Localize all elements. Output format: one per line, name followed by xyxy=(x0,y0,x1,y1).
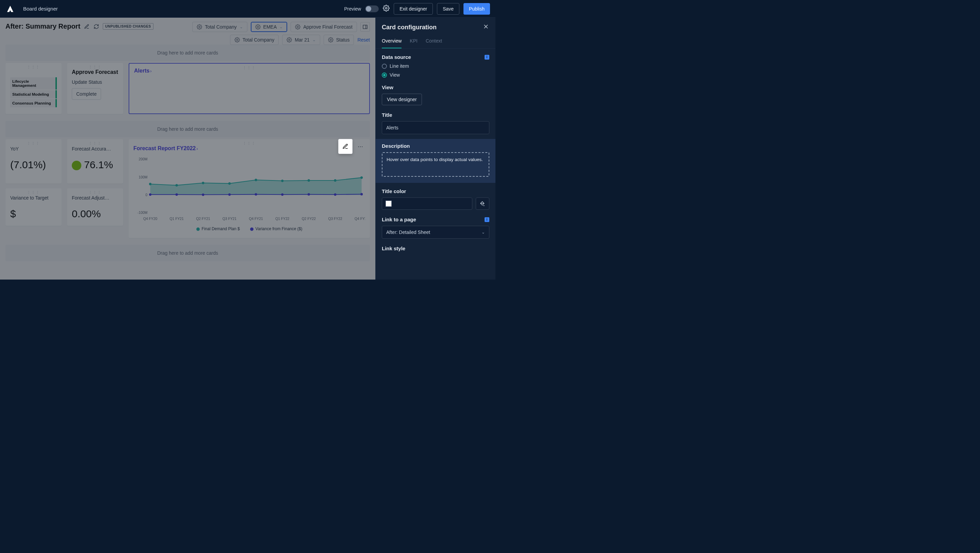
svg-point-34 xyxy=(228,193,231,196)
section-link-style: Link style xyxy=(382,245,489,251)
refresh-icon[interactable] xyxy=(93,24,99,30)
tab-overview[interactable]: Overview xyxy=(382,35,401,48)
forecast-chart: -100M0100M200MQ4 FY20Q1 FY21Q2 FY21Q3 FY… xyxy=(134,154,365,225)
drag-handle-icon[interactable]: ⋮⋮⋮ xyxy=(243,141,256,146)
radio-view[interactable]: View xyxy=(382,72,489,78)
svg-point-26 xyxy=(255,179,257,181)
chevron-down-icon: ⌄ xyxy=(312,37,316,42)
card-config-panel: Card configuration Overview KPI Context … xyxy=(375,18,495,280)
svg-text:Q4 FY21: Q4 FY21 xyxy=(249,217,263,221)
drag-handle-icon[interactable]: ⋮⋮⋮ xyxy=(89,190,102,195)
info-icon[interactable]: i xyxy=(485,217,489,222)
title-input[interactable] xyxy=(382,121,489,134)
svg-text:200M: 200M xyxy=(139,157,148,161)
tab-kpi[interactable]: KPI xyxy=(410,35,417,48)
svg-point-36 xyxy=(281,193,283,196)
svg-point-2 xyxy=(257,26,259,27)
drag-handle-icon[interactable]: ⋮⋮⋮ xyxy=(27,190,40,195)
svg-point-1 xyxy=(199,26,200,27)
steps-card[interactable]: ⋮⋮⋮ Lifecycle ManagementStatistical Mode… xyxy=(5,63,62,114)
filter-chip[interactable]: Total Company⌄ xyxy=(192,22,247,32)
chevron-down-icon: ⌄ xyxy=(279,24,283,29)
legend-item: Final Demand Plan $ xyxy=(196,226,240,231)
kpi-value: 0.00% xyxy=(72,208,118,220)
edit-title-icon[interactable] xyxy=(84,24,90,30)
view-designer-button[interactable]: View designer xyxy=(382,94,422,105)
unpublished-badge: UNPUBLISHED CHANGES xyxy=(103,23,153,30)
config-heading: Card configuration xyxy=(382,24,437,31)
svg-point-39 xyxy=(360,193,363,196)
color-swatch-icon xyxy=(385,201,392,207)
svg-point-3 xyxy=(297,26,298,27)
drop-zone[interactable]: Drag here to add more cards xyxy=(5,245,370,261)
drop-zone[interactable]: Drag here to add more cards xyxy=(5,45,370,61)
page-title: After: Summary Report xyxy=(5,22,80,30)
drag-handle-icon[interactable]: ⋮⋮⋮ xyxy=(89,141,102,146)
svg-text:-100M: -100M xyxy=(137,211,147,215)
settings-icon[interactable] xyxy=(383,5,390,13)
kpi-value: $ xyxy=(10,208,57,220)
kpi-label: YoY xyxy=(10,146,57,151)
complete-button[interactable]: Complete xyxy=(72,88,101,100)
drop-zone[interactable]: Drag here to add more cards xyxy=(5,121,370,137)
svg-point-32 xyxy=(176,193,178,196)
svg-point-28 xyxy=(308,179,310,182)
filter-chip[interactable]: Mar 21⌄ xyxy=(282,35,320,45)
svg-point-23 xyxy=(176,184,178,186)
filter-row-2: Total CompanyMar 21⌄Status Reset xyxy=(230,35,370,45)
svg-text:Q4 FY20: Q4 FY20 xyxy=(143,217,157,221)
step-item[interactable]: Consensus Planning xyxy=(10,99,57,107)
edit-card-button[interactable] xyxy=(339,139,352,154)
description-input[interactable]: Hover over data points to display actual… xyxy=(382,152,489,177)
panel-toggle-icon[interactable] xyxy=(360,22,370,32)
chart-title-link[interactable]: Forecast Report FY2022 xyxy=(134,145,196,151)
alerts-link[interactable]: Alerts xyxy=(134,68,150,73)
drag-handle-icon[interactable]: ⋮⋮⋮ xyxy=(89,65,102,70)
svg-point-38 xyxy=(334,193,336,196)
filter-chip[interactable]: Approve Final Forecast xyxy=(291,22,357,32)
exit-designer-button[interactable]: Exit designer xyxy=(394,3,433,14)
svg-point-6 xyxy=(288,39,290,40)
svg-point-35 xyxy=(255,193,257,196)
drag-handle-icon[interactable]: ⋮⋮⋮ xyxy=(27,65,40,70)
radio-line-item[interactable]: Line item xyxy=(382,63,489,69)
preview-toggle[interactable] xyxy=(365,5,379,12)
kpi-variance-card[interactable]: ⋮⋮⋮ Variance to Target $ xyxy=(5,188,62,226)
filter-chip[interactable]: Total Company xyxy=(230,35,279,45)
drag-handle-icon[interactable]: ⋮⋮⋮ xyxy=(243,66,256,70)
app-logo[interactable] xyxy=(5,4,15,14)
reset-filters-button[interactable]: Reset xyxy=(357,37,370,43)
svg-point-0 xyxy=(385,7,387,9)
svg-text:Q1 FY22: Q1 FY22 xyxy=(275,217,289,221)
save-button[interactable]: Save xyxy=(437,3,460,14)
svg-point-25 xyxy=(228,182,231,185)
svg-point-33 xyxy=(202,193,204,196)
section-description: Description xyxy=(382,143,489,149)
svg-text:100M: 100M xyxy=(139,175,148,179)
kpi-adjust-card[interactable]: ⋮⋮⋮ Forecast Adjust… 0.00% xyxy=(67,188,123,226)
svg-text:Q4 FY22: Q4 FY22 xyxy=(355,217,365,221)
filter-chip[interactable]: Status xyxy=(324,35,354,45)
color-reset-button[interactable] xyxy=(476,198,489,210)
title-color-input[interactable] xyxy=(382,198,472,210)
kpi-label: Forecast Adjust… xyxy=(72,195,118,201)
kpi-value: (7.01%) xyxy=(10,159,57,171)
approve-forecast-card[interactable]: ⋮⋮⋮ Approve Forecast Update Status Compl… xyxy=(67,63,123,114)
filter-chip[interactable]: EMEA⌄ xyxy=(251,22,288,32)
more-icon[interactable]: ⋯ xyxy=(353,139,367,154)
kpi-accuracy-card[interactable]: ⋮⋮⋮ Forecast Accura… 76.1% xyxy=(67,139,123,183)
section-title-color: Title color xyxy=(382,188,489,194)
step-item[interactable]: Statistical Modeling xyxy=(10,90,57,99)
info-icon[interactable]: i xyxy=(485,55,489,60)
preview-label: Preview xyxy=(344,6,361,11)
tab-context[interactable]: Context xyxy=(426,35,442,48)
drag-handle-icon[interactable]: ⋮⋮⋮ xyxy=(27,141,40,146)
forecast-chart-card[interactable]: ⋮⋮⋮ ⋯ Forecast Report FY2022› -100M0100M… xyxy=(129,139,370,238)
svg-text:Q2 FY22: Q2 FY22 xyxy=(302,217,316,221)
step-item[interactable]: Lifecycle Management xyxy=(10,77,57,89)
link-page-select[interactable]: After: Detailed Sheet⌄ xyxy=(382,226,489,239)
publish-button[interactable]: Publish xyxy=(463,3,490,14)
kpi-yoy-card[interactable]: ⋮⋮⋮ YoY (7.01%) xyxy=(5,139,62,183)
alerts-card[interactable]: ⋮⋮⋮ Alerts› xyxy=(129,63,370,114)
close-icon[interactable] xyxy=(482,23,489,31)
